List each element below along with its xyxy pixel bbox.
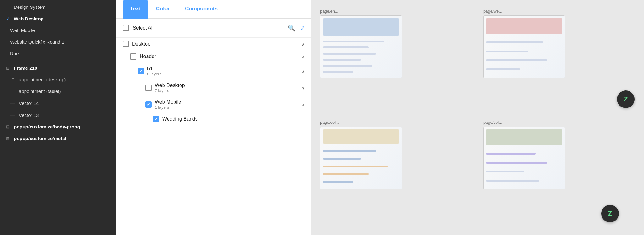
grid-icon: ⊞ bbox=[5, 66, 11, 71]
tree-row-header[interactable]: Header ∧ bbox=[120, 50, 307, 63]
desktop-chevron-up[interactable]: ∧ bbox=[302, 41, 305, 46]
tab-components[interactable]: Components bbox=[177, 0, 225, 19]
web-desktop-child-checkbox[interactable] bbox=[145, 85, 152, 91]
desktop-label: Desktop bbox=[132, 41, 298, 47]
grid-icon-2: ⊞ bbox=[5, 124, 11, 129]
desktop-checkbox[interactable] bbox=[123, 41, 129, 47]
toolbar-actions: 🔍 ⤢ bbox=[288, 24, 305, 32]
sidebar-item-quickfix[interactable]: Website Quickfix Round 1 bbox=[0, 36, 116, 48]
select-all-label: Select All bbox=[133, 25, 153, 31]
tree-row-desktop[interactable]: Desktop ∧ bbox=[120, 38, 307, 50]
vector-icon: — bbox=[10, 100, 16, 106]
main-panel: Text Color Components Select All 🔍 ⤢ Des… bbox=[116, 0, 311, 235]
canvas-label-bottom-left: page/col... bbox=[320, 120, 339, 125]
sidebar-item-vector13[interactable]: — Vector 13 bbox=[0, 109, 116, 121]
canvas-label-top-left: page/en... bbox=[320, 9, 338, 14]
text-type-icon: T bbox=[10, 77, 16, 82]
canvas-cell-top-left: page/en... bbox=[318, 6, 481, 117]
wedding-bands-label: Wedding Bands bbox=[162, 116, 305, 122]
canvas-thumb-bottom-center[interactable] bbox=[483, 127, 565, 189]
grid-icon-3: ⊞ bbox=[5, 136, 11, 141]
h1-label: h1 8 layers bbox=[147, 66, 298, 76]
tab-text[interactable]: Text bbox=[123, 0, 148, 19]
canvas-thumb-top-right[interactable] bbox=[483, 15, 565, 78]
search-icon[interactable]: 🔍 bbox=[288, 24, 296, 32]
avatar-bottom: Z bbox=[601, 205, 619, 222]
tree-row-h1[interactable]: h1 8 layers ∧ bbox=[120, 63, 307, 79]
text-type-icon-2: T bbox=[10, 89, 16, 94]
vector-icon-2: — bbox=[10, 112, 16, 118]
tab-color[interactable]: Color bbox=[148, 0, 177, 19]
web-desktop-child-label: Web Desktop 7 layers bbox=[155, 83, 298, 93]
tree-row-wedding-bands[interactable]: Wedding Bands bbox=[120, 113, 307, 125]
canvas-label-top-right: page/we... bbox=[483, 9, 502, 14]
avatar-z-bottom: Z bbox=[601, 205, 619, 222]
sidebar-item-web-mobile[interactable]: Web Mobile bbox=[0, 25, 116, 36]
canvas-cell-bottom-left: page/col... bbox=[318, 117, 481, 229]
sidebar: Design System ✓ Web Desktop Web Mobile W… bbox=[0, 0, 116, 235]
sidebar-item-appointment-desktop[interactable]: T appointment (desktop) bbox=[0, 74, 116, 85]
canvas-cell-bottom-center-left: page/col... bbox=[481, 117, 644, 229]
canvas-area: page/en... page/we... bbox=[311, 0, 644, 235]
header-label: Header bbox=[140, 54, 298, 59]
sidebar-item-vector14[interactable]: — Vector 14 bbox=[0, 97, 116, 109]
sidebar-item-design-system[interactable]: Design System bbox=[0, 1, 116, 13]
sidebar-item-popup-body[interactable]: ⊞ popup/customize/body-prong bbox=[0, 121, 116, 133]
select-all-row: Select All 🔍 ⤢ bbox=[116, 19, 311, 38]
canvas-label-bottom-center: page/col... bbox=[483, 120, 502, 125]
canvas-thumb-bottom-left[interactable] bbox=[320, 127, 402, 189]
avatar-top: Z bbox=[617, 90, 635, 108]
web-mobile-child-checkbox[interactable] bbox=[145, 101, 152, 108]
canvas-cell-top-right: page/we... Z bbox=[481, 6, 644, 117]
sidebar-item-web-desktop[interactable]: ✓ Web Desktop bbox=[0, 13, 116, 25]
sidebar-item-ruel[interactable]: Ruel bbox=[0, 48, 116, 59]
sidebar-item-popup-metal[interactable]: ⊞ popup/customize/metal bbox=[0, 133, 116, 144]
sidebar-item-frame218[interactable]: ⊞ Frame 218 bbox=[0, 62, 116, 74]
h1-checkbox[interactable] bbox=[138, 68, 144, 74]
expand-icon[interactable]: ⤢ bbox=[300, 25, 305, 31]
check-icon: ✓ bbox=[5, 16, 11, 21]
web-mobile-child-chevron-up[interactable]: ∧ bbox=[302, 102, 305, 107]
tab-bar: Text Color Components bbox=[116, 0, 311, 19]
header-checkbox[interactable] bbox=[130, 53, 136, 60]
web-desktop-child-chevron-down[interactable]: ∨ bbox=[302, 85, 305, 90]
wedding-bands-checkbox[interactable] bbox=[153, 116, 159, 122]
tree-row-web-desktop-child[interactable]: Web Desktop 7 layers ∨ bbox=[120, 79, 307, 96]
select-all-checkbox[interactable] bbox=[123, 25, 129, 31]
tree-section: Desktop ∧ Header ∧ h1 8 layers ∧ Web Des… bbox=[116, 38, 311, 235]
divider-1 bbox=[0, 61, 116, 61]
canvas-thumb-top-left[interactable] bbox=[320, 15, 402, 78]
tree-row-web-mobile-child[interactable]: Web Mobile 1 layers ∧ bbox=[120, 96, 307, 113]
header-chevron-up[interactable]: ∧ bbox=[302, 54, 305, 59]
h1-chevron-up[interactable]: ∧ bbox=[302, 69, 305, 74]
sidebar-item-appointment-tablet[interactable]: T appointment (tablet) bbox=[0, 85, 116, 97]
web-mobile-child-label: Web Mobile 1 layers bbox=[155, 99, 298, 110]
